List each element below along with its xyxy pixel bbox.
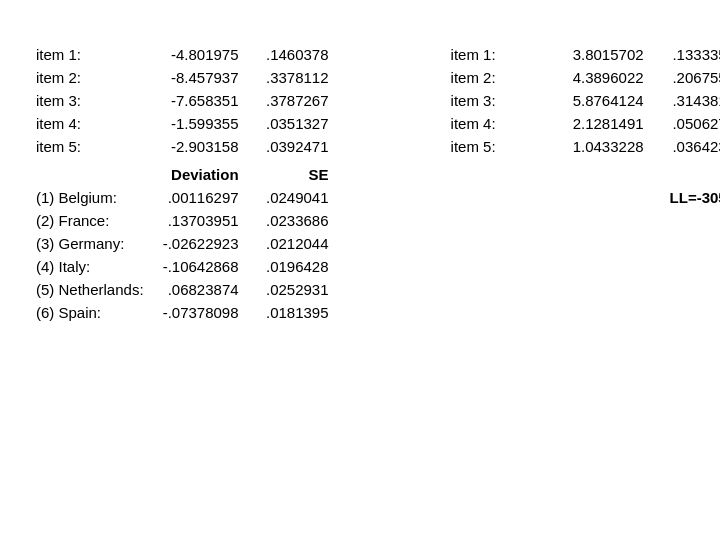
intercept-item-value: -2.903158 xyxy=(150,135,245,158)
deviation-item-se: .0212044 xyxy=(245,232,335,255)
deviation-item-value: .13703951 xyxy=(150,209,245,232)
table-row: item 2: -8.457937 .3378112 item 2: 4.389… xyxy=(30,66,720,89)
deviation-item-label: (3) Germany: xyxy=(30,232,150,255)
deviation-row: (6) Spain: -.07378098 .0181395 xyxy=(30,301,720,324)
deviation-row: (3) Germany: -.02622923 .0212044 xyxy=(30,232,720,255)
loading-item-value: 5.8764124 xyxy=(555,89,650,112)
deviation-item-value: -.07378098 xyxy=(150,301,245,324)
loading-item-se: .20675589 xyxy=(650,66,720,89)
deviation-item-se: .0249041 xyxy=(245,186,335,209)
deviation-item-value: .00116297 xyxy=(150,186,245,209)
deviation-item-se: .0252931 xyxy=(245,278,335,301)
deviation-item-value: -.02622923 xyxy=(150,232,245,255)
loading-item-value: 4.3896022 xyxy=(555,66,650,89)
intercept-item-label: item 2: xyxy=(30,66,150,89)
deviation-item-label: (6) Spain: xyxy=(30,301,150,324)
loading-item-value: 1.0433228 xyxy=(555,135,650,158)
loading-item-se: .05062713 xyxy=(650,112,720,135)
table-row: item 1: -4.801975 .1460378 item 1: 3.801… xyxy=(30,43,720,66)
table-row: item 3: -7.658351 .3787267 item 3: 5.876… xyxy=(30,89,720,112)
deviation-item-se: .0181395 xyxy=(245,301,335,324)
intercept-item-value: -7.658351 xyxy=(150,89,245,112)
intercept-item-value: -8.457937 xyxy=(150,66,245,89)
loading-item-label: item 4: xyxy=(445,112,555,135)
deviation-item-label: (4) Italy: xyxy=(30,255,150,278)
loading-item-se: .31438171 xyxy=(650,89,720,112)
intercept-item-label: item 3: xyxy=(30,89,150,112)
table-row: item 4: -1.599355 .0351327 item 4: 2.128… xyxy=(30,112,720,135)
loading-item-value: 2.1281491 xyxy=(555,112,650,135)
intercept-item-se: .3787267 xyxy=(245,89,335,112)
deviation-row: (2) France: .13703951 .0233686 xyxy=(30,209,720,232)
main-table: item 1: -4.801975 .1460378 item 1: 3.801… xyxy=(30,38,720,324)
intercept-item-se: .0351327 xyxy=(245,112,335,135)
deviation-row: (1) Belgium: .00116297 .0249041 LL=-3050… xyxy=(30,186,720,209)
loading-item-label: item 1: xyxy=(445,43,555,66)
loading-item-label: item 3: xyxy=(445,89,555,112)
deviation-header-row: Deviation SE xyxy=(30,158,720,186)
deviation-row: (5) Netherlands: .06823874 .0252931 xyxy=(30,278,720,301)
deviation-item-label: (2) France: xyxy=(30,209,150,232)
ll-value: LL=-30506 xyxy=(650,186,720,209)
deviation-item-se: .0196428 xyxy=(245,255,335,278)
page: item 1: -4.801975 .1460378 item 1: 3.801… xyxy=(0,0,720,540)
table-row: item 5: -2.903158 .0392471 item 5: 1.043… xyxy=(30,135,720,158)
intercept-item-label: item 4: xyxy=(30,112,150,135)
loading-item-label: item 2: xyxy=(445,66,555,89)
deviation-item-value: -.10642868 xyxy=(150,255,245,278)
deviation-header: Deviation xyxy=(150,158,245,186)
deviation-item-label: (1) Belgium: xyxy=(30,186,150,209)
intercept-item-value: -1.599355 xyxy=(150,112,245,135)
deviation-spacer xyxy=(30,158,150,186)
deviation-item-value: .06823874 xyxy=(150,278,245,301)
loading-item-se: .13333549 xyxy=(650,43,720,66)
loading-item-label: item 5: xyxy=(445,135,555,158)
intercept-item-se: .0392471 xyxy=(245,135,335,158)
intercept-item-label: item 1: xyxy=(30,43,150,66)
intercept-item-label: item 5: xyxy=(30,135,150,158)
deviation-se-header: SE xyxy=(245,158,335,186)
deviation-item-se: .0233686 xyxy=(245,209,335,232)
intercept-item-value: -4.801975 xyxy=(150,43,245,66)
intercept-item-se: .1460378 xyxy=(245,43,335,66)
deviation-row: (4) Italy: -.10642868 .0196428 xyxy=(30,255,720,278)
deviation-item-label: (5) Netherlands: xyxy=(30,278,150,301)
intercept-item-se: .3378112 xyxy=(245,66,335,89)
loading-item-se: .03642365 xyxy=(650,135,720,158)
loading-item-value: 3.8015702 xyxy=(555,43,650,66)
